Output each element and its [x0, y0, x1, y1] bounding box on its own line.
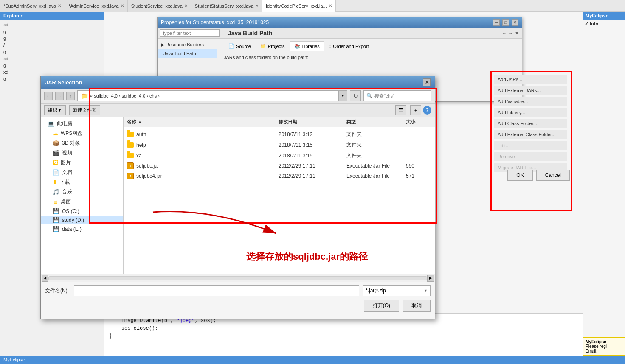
tree-item-video[interactable]: 🎬 视频	[41, 148, 123, 158]
close-button[interactable]: ✕	[512, 19, 518, 26]
add-class-folder-button[interactable]: Add Class Folder...	[494, 119, 567, 128]
documents-icon: 📄	[53, 169, 59, 176]
col-type: 类型	[346, 119, 406, 125]
file-row-auth[interactable]: auth 2018/7/11 3:12 文件夹	[124, 129, 435, 140]
drive-d-icon: 💾	[53, 217, 59, 223]
tab-libraries[interactable]: 📚 Libraries	[290, 41, 324, 51]
forward-icon[interactable]: →	[508, 31, 513, 36]
tree-item-drive-e[interactable]: 💾 data (E:)	[41, 224, 123, 233]
tab-close-icon[interactable]: ✕	[255, 3, 259, 8]
tree-label-3d: 3D 对象	[62, 140, 80, 147]
ok-button[interactable]: OK	[507, 170, 532, 181]
properties-toolbar: Java Build Path ← → ▼	[158, 28, 522, 39]
tab-close-icon[interactable]: ✕	[184, 3, 188, 8]
tab-close-icon[interactable]: ✕	[58, 3, 61, 8]
tab-adminservice[interactable]: *AdminService_xxd.java ✕	[65, 0, 128, 12]
sidebar-item-8[interactable]: xd	[0, 69, 104, 76]
tree-item-music[interactable]: 🎵 音乐	[41, 187, 123, 197]
code-line-2: sos.close();	[109, 325, 577, 332]
sidebar-item-1[interactable]: xd	[0, 21, 104, 28]
file-row-xa[interactable]: xa 2018/7/11 3:15 文件夹	[124, 150, 435, 161]
dropdown-icon[interactable]: ▼	[515, 31, 519, 36]
filename-input[interactable]	[74, 285, 359, 296]
drive-c-icon: 💾	[53, 208, 59, 214]
tree-item-downloads[interactable]: ⬇ 下载	[41, 177, 123, 187]
view-list-button[interactable]: ☰	[395, 105, 406, 115]
sidebar-item-4[interactable]: /	[0, 42, 104, 48]
folder-icon-help	[127, 142, 134, 148]
jars-description: JARs and class folders on the build path…	[220, 53, 519, 62]
filetype-value: *.jar;*.zip	[366, 288, 386, 294]
tab-close-icon[interactable]: ✕	[329, 3, 332, 8]
sidebar-item-6[interactable]: xd	[0, 55, 104, 62]
annotation-text: 选择存放的sqljdbc.jar的路径	[246, 250, 368, 263]
cancel-button[interactable]: Cancel	[536, 170, 570, 181]
forward-arrow-button[interactable]: →	[55, 92, 64, 100]
scroll-right-button[interactable]: ▶	[427, 275, 434, 282]
add-external-class-folder-button[interactable]: Add External Class Folder...	[494, 130, 567, 139]
back-arrow-button[interactable]: ←	[44, 92, 53, 100]
dialog-cancel-button[interactable]: 取消	[403, 300, 431, 312]
col-date: 修改日期	[279, 119, 346, 125]
resource-builders-item[interactable]: ▶ Resource Builders	[158, 40, 217, 49]
help-button[interactable]: ?	[423, 106, 431, 115]
new-folder-button[interactable]: 新建文件夹	[69, 105, 100, 115]
minimize-button[interactable]: ─	[493, 19, 500, 26]
status-bar: MyEclipse	[0, 356, 625, 364]
files-list: auth 2018/7/11 3:12 文件夹 help 2018/7/11 3…	[124, 127, 435, 183]
organize-button[interactable]: 组织▼	[44, 105, 66, 115]
filter-input[interactable]	[160, 29, 220, 37]
open-button[interactable]: 打开(O)	[364, 300, 399, 312]
breadcrumb-dropdown-button[interactable]: ▼	[339, 90, 347, 101]
file-name-auth: auth	[136, 132, 146, 137]
tree-item-documents[interactable]: 📄 文档	[41, 168, 123, 177]
file-row-sqljdbc4[interactable]: J sqljdbc4.jar 2012/2/29 17:11 Executabl…	[124, 171, 435, 181]
tab-studentstatusserv[interactable]: StudentStatusServ_xxd.java ✕	[191, 0, 262, 12]
up-arrow-button[interactable]: ↑	[66, 92, 75, 100]
file-row-help[interactable]: help 2018/7/11 3:15 文件夹	[124, 140, 435, 150]
add-jars-button[interactable]: Add JARs...	[494, 75, 567, 84]
search-input[interactable]	[374, 93, 425, 98]
tab-studentservice[interactable]: StudentService_xxd.java ✕	[128, 0, 191, 12]
tab-supadminserv[interactable]: *SupAdminServ_xxd.java ✕	[0, 0, 65, 12]
tab-identitycodepicserv[interactable]: IdentityCodePicServ_xxd.ja... ✕	[262, 0, 336, 12]
jar-selection-dialog: JAR Selection ✕ ← → ↑ 📁 « sqljdbc_4.0 › …	[40, 76, 435, 319]
tree-item-drive-c[interactable]: 💾 OS (C:)	[41, 207, 123, 216]
add-library-button[interactable]: Add Library...	[494, 108, 567, 117]
java-build-path-item[interactable]: Java Build Path	[158, 49, 217, 58]
build-path-tabs: 📄 Source 📁 Projects 📚 Libraries ↕ Order …	[220, 41, 519, 51]
filetype-dropdown[interactable]: *.jar;*.zip ▼	[363, 285, 431, 296]
tree-item-3d[interactable]: 📦 3D 对象	[41, 138, 123, 148]
tree-label-video: 视频	[62, 149, 72, 157]
filename-row: 文件名(N): *.jar;*.zip ▼	[45, 285, 431, 296]
file-toolbar: 组织▼ 新建文件夹 ☰ ⊞ ?	[41, 104, 435, 117]
tree-item-computer[interactable]: 💻 此电脑	[41, 119, 123, 129]
back-icon[interactable]: ←	[502, 31, 507, 36]
scroll-track[interactable]	[48, 276, 427, 280]
tree-item-drive-d[interactable]: 💾 study (D:)	[41, 216, 123, 224]
sidebar-item-3[interactable]: g	[0, 35, 104, 42]
view-columns-button[interactable]: ⊞	[410, 105, 421, 115]
pictures-icon: 🖼	[53, 160, 58, 166]
jar-dialog-close-button[interactable]: ✕	[423, 78, 431, 86]
add-external-jars-button[interactable]: Add External JARs...	[494, 86, 567, 95]
tree-label-drive-c: OS (C:)	[62, 208, 79, 214]
sidebar-item-7[interactable]: g	[0, 62, 104, 69]
file-row-sqljdbc[interactable]: J sqljdbc.jar 2012/2/29 17:11 Executable…	[124, 161, 435, 171]
edit-button[interactable]: Edit...	[494, 141, 567, 150]
tree-item-wps[interactable]: ☁ WPS网盘	[41, 129, 123, 138]
scroll-left-button[interactable]: ◀	[42, 275, 48, 282]
tree-item-pictures[interactable]: 🖼 图片	[41, 158, 123, 168]
maximize-button[interactable]: □	[502, 19, 509, 26]
tab-projects[interactable]: 📁 Projects	[256, 41, 290, 51]
remove-button[interactable]: Remove	[494, 152, 567, 161]
action-buttons-panel: Add JARs... Add External JARs... Add Var…	[491, 72, 570, 175]
sidebar-item-2[interactable]: g	[0, 28, 104, 35]
add-variable-button[interactable]: Add Variable...	[494, 97, 567, 106]
tab-source[interactable]: 📄 Source	[224, 41, 256, 51]
sidebar-item-5[interactable]: g	[0, 48, 104, 55]
tree-item-desktop[interactable]: 🖥 桌面	[41, 197, 123, 207]
refresh-button[interactable]: ↻	[350, 90, 361, 101]
tab-close-icon[interactable]: ✕	[121, 3, 124, 8]
tab-order-export[interactable]: ↕ Order and Export	[324, 41, 374, 51]
